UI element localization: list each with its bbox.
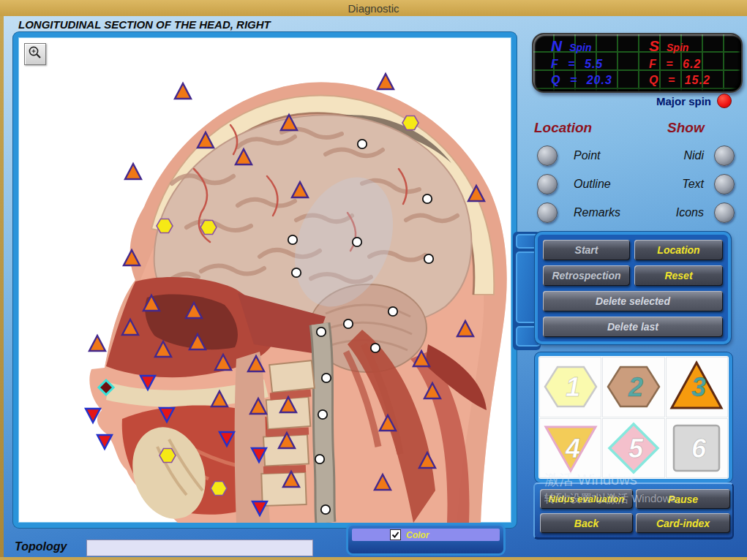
shape-option-number: 1 — [566, 372, 580, 402]
nidus-marker-circle[interactable] — [322, 374, 331, 382]
window-edge-left — [0, 16, 4, 560]
nidus-marker-hexagon[interactable] — [402, 116, 418, 130]
shape-option-5[interactable]: 5 — [603, 419, 664, 478]
nidus-marker-circle[interactable] — [423, 194, 432, 203]
anatomy-image-panel — [13, 32, 517, 528]
zoom-button[interactable] — [24, 43, 46, 65]
shape-option-4[interactable]: 4 — [540, 419, 601, 478]
major-spin-dot — [717, 94, 732, 108]
n-spin-f: F = 5.5 — [551, 58, 646, 71]
shape-option-number: 2 — [628, 372, 643, 402]
action-button-panel: Nidus evaluation Pause Back Card-index — [533, 483, 734, 540]
show-icons-radio[interactable] — [714, 203, 735, 223]
delete-last-button[interactable]: Delete last — [543, 317, 723, 337]
shape-option-1[interactable]: 1 — [540, 357, 601, 417]
nidus-marker-circle[interactable] — [388, 307, 397, 316]
shape-option-glyph: 1 — [542, 358, 599, 415]
control-button-frame: Start Location Retrospection Reset Delet… — [535, 232, 731, 344]
show-group-header: Show — [667, 120, 705, 136]
show-nidi-radio[interactable] — [714, 145, 735, 166]
shape-option-glyph: 5 — [605, 420, 662, 477]
shape-option-number: 6 — [691, 434, 707, 463]
nidus-marker-circle[interactable] — [288, 235, 297, 244]
nidus-marker-circle[interactable] — [292, 268, 301, 277]
s-spin-readout: SSpin F = 6.2 Q = 15.2 — [649, 37, 743, 87]
diagnostic-window: Diagnostic LONGITUDINAL SECTION OF THE H… — [0, 0, 747, 560]
window-edge-bottom — [0, 557, 747, 560]
topology-input[interactable] — [86, 540, 313, 556]
major-spin-label: Major spin — [656, 95, 711, 107]
head-section-image — [18, 37, 511, 523]
location-point-radio[interactable] — [537, 145, 558, 166]
pause-button[interactable]: Pause — [636, 489, 730, 509]
card-index-button[interactable]: Card-index — [636, 513, 730, 533]
major-spin-indicator: Major spin — [593, 94, 732, 108]
shape-option-glyph: 4 — [542, 420, 599, 477]
nidus-marker-hexagon[interactable] — [159, 449, 176, 463]
shape-option-glyph: 3 — [668, 358, 725, 415]
nidus-marker-hexagon[interactable] — [211, 482, 227, 496]
color-toggle-panel: Color — [346, 523, 506, 556]
nidus-marker-down-triangle[interactable] — [97, 435, 112, 449]
show-text-label: Text — [641, 178, 704, 191]
nidus-evaluation-button[interactable]: Nidus evaluation — [540, 489, 633, 509]
nidus-marker-up-triangle[interactable] — [175, 83, 191, 99]
back-button[interactable]: Back — [540, 513, 633, 533]
nidus-marker-circle[interactable] — [315, 455, 324, 463]
location-button[interactable]: Location — [634, 240, 723, 260]
nidus-marker-up-triangle[interactable] — [125, 164, 141, 179]
shape-option-number: 3 — [691, 372, 706, 402]
start-button[interactable]: Start — [543, 240, 630, 260]
nidus-marker-circle[interactable] — [344, 319, 353, 328]
show-text-radio[interactable] — [714, 174, 735, 194]
n-spin-readout: NSpin F = 5.5 Q = 20.3 — [551, 37, 646, 87]
s-spin-q: Q = 15.2 — [649, 74, 743, 87]
nidus-marker-circle[interactable] — [321, 505, 330, 514]
nidus-marker-up-triangle[interactable] — [378, 74, 394, 89]
nidus-marker-circle[interactable] — [424, 254, 433, 263]
location-point-label: Point — [574, 149, 600, 162]
nidus-marker-circle[interactable] — [318, 410, 327, 419]
color-checkbox[interactable] — [390, 529, 401, 540]
shape-option-number: 4 — [565, 434, 580, 463]
show-icons-label: Icons — [641, 206, 704, 219]
location-group-header: Location — [534, 120, 592, 136]
shape-option-glyph: 2 — [605, 358, 662, 415]
window-titlebar: Diagnostic — [0, 0, 747, 16]
shape-option-6[interactable]: 6 — [667, 419, 727, 478]
nidus-marker-circle[interactable] — [353, 238, 361, 246]
delete-selected-button[interactable]: Delete selected — [543, 291, 723, 311]
anatomy-section-title: LONGITUDINAL SECTION OF THE HEAD, RIGHT — [18, 18, 271, 31]
location-remarks-radio[interactable] — [537, 203, 558, 223]
shape-option-glyph: 6 — [668, 420, 725, 477]
retrospection-button[interactable]: Retrospection — [543, 265, 630, 286]
location-outline-label: Outline — [574, 178, 611, 191]
nidus-marker-hexagon[interactable] — [157, 219, 173, 233]
reset-button[interactable]: Reset — [634, 265, 723, 286]
nidus-marker-circle[interactable] — [317, 328, 326, 336]
location-outline-radio[interactable] — [537, 174, 558, 194]
location-remarks-label: Remarks — [574, 206, 620, 219]
show-nidi-label: Nidi — [641, 149, 704, 162]
nidus-marker-circle[interactable] — [358, 140, 367, 148]
nidus-marker-circle[interactable] — [371, 344, 380, 352]
spin-display: NSpin F = 5.5 Q = 20.3 SSpin F = 6.2 Q =… — [532, 33, 743, 93]
shape-option-3[interactable]: 3 — [667, 357, 727, 417]
shape-option-2[interactable]: 2 — [603, 357, 664, 417]
nidus-marker-hexagon[interactable] — [200, 221, 217, 235]
check-icon — [391, 530, 400, 540]
shape-option-number: 5 — [628, 434, 644, 463]
s-spin-f: F = 6.2 — [649, 58, 743, 71]
window-title: Diagnostic — [348, 2, 399, 15]
n-spin-q: Q = 20.3 — [551, 74, 646, 87]
nidus-marker-up-triangle[interactable] — [89, 336, 105, 351]
color-checkbox-label: Color — [406, 530, 429, 540]
nidus-shape-palette: 123456 — [535, 352, 732, 483]
magnifier-icon — [27, 45, 43, 64]
topology-label: Topology — [15, 540, 67, 553]
